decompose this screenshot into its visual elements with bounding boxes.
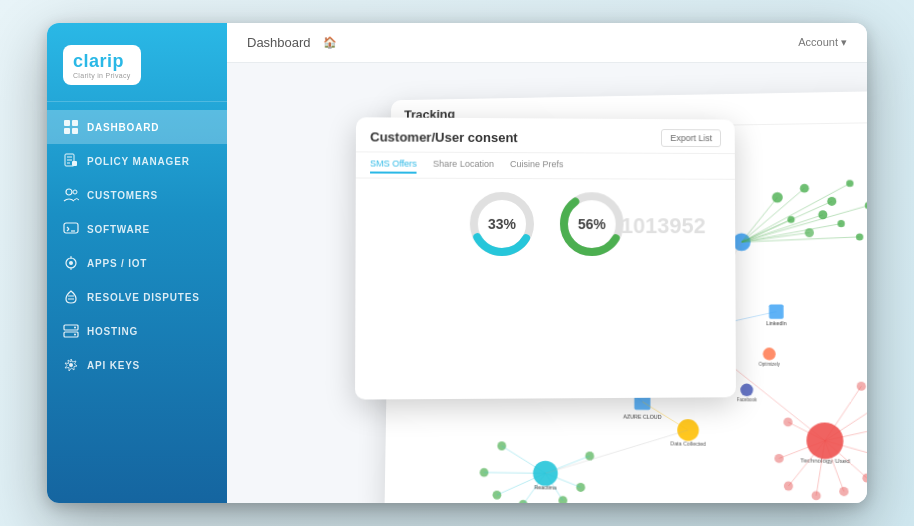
sidebar-item-software[interactable]: SOFTWARE [47,212,227,246]
svg-point-67 [677,419,699,441]
sidebar-item-apps[interactable]: APPS / IOT [47,246,227,280]
svg-line-81 [824,386,862,441]
svg-text:LinkedIn: LinkedIn [766,320,787,326]
svg-point-77 [812,491,821,500]
svg-line-40 [741,183,850,242]
disputes-icon [63,289,79,305]
sidebar-label-api: API KEYS [87,360,140,371]
svg-point-117 [740,384,753,397]
software-icon [63,221,79,237]
donut-chart-2: 56% [557,189,627,259]
svg-rect-2 [64,128,70,134]
sidebar-label-disputes: RESOLVE DISPUTES [87,292,200,303]
consent-body: 33% 56% 1013952 [355,178,735,269]
svg-text:Data Collected: Data Collected [670,440,706,447]
tab-share-location[interactable]: Share Location [433,159,494,174]
svg-point-32 [865,202,867,209]
sidebar-label-hosting: HOSTING [87,326,138,337]
sidebar-item-hosting[interactable]: HOSTING [47,314,227,348]
sidebar-item-dashboard[interactable]: DASHBOARD [47,110,227,144]
consent-panel: Customer/User consent Export List SMS Of… [355,117,736,399]
sidebar-item-api[interactable]: API KEYS [47,348,227,382]
consent-panel-title: Customer/User consent [370,129,518,145]
topbar: Dashboard 🏠 Account ▾ [227,23,867,63]
main-content: Dashboard 🏠 Account ▾ Tracking [227,23,867,503]
donut-chart-1: 33% [467,189,537,259]
logo-text: clarip [73,51,124,71]
topbar-title: Dashboard [247,35,311,50]
account-menu[interactable]: Account ▾ [798,36,847,49]
svg-point-78 [784,481,793,490]
api-icon [63,357,79,373]
svg-point-95 [493,490,502,499]
svg-text:Facebook: Facebook [737,397,758,402]
svg-rect-1 [72,120,78,126]
sidebar-label-dashboard: DASHBOARD [87,122,159,133]
home-icon[interactable]: 🏠 [323,36,337,49]
laptop-screen: clarip Clarity in Privacy DASHBOARD [47,23,867,503]
svg-point-24 [74,334,76,336]
policy-icon [63,153,79,169]
svg-line-13 [67,229,69,231]
customers-icon [63,187,79,203]
svg-point-16 [69,261,73,265]
hosting-icon [63,323,79,339]
svg-rect-65 [769,304,784,318]
svg-text:Optimizely: Optimizely [759,361,781,366]
sidebar-item-policy[interactable]: POLICY MANAGER [47,144,227,178]
svg-line-43 [741,205,867,242]
svg-line-42 [741,224,841,242]
svg-point-26 [772,192,783,203]
svg-point-76 [839,487,848,496]
svg-rect-8 [72,161,77,166]
sidebar-label-apps: APPS / IOT [87,258,147,269]
svg-point-97 [558,496,567,503]
svg-rect-3 [72,128,78,134]
user-count: 1013952 [621,213,706,239]
svg-text:56%: 56% [578,216,606,232]
donut-svg-1: 33% [467,189,537,259]
sidebar-item-disputes[interactable]: RESOLVE DISPUTES [47,280,227,314]
export-list-button[interactable]: Export List [661,129,721,147]
svg-point-9 [66,189,72,195]
svg-text:Technology Used: Technology Used [800,456,850,464]
svg-point-10 [73,190,77,194]
svg-text:33%: 33% [488,216,517,232]
consent-panel-header: Customer/User consent Export List [356,117,735,154]
svg-point-23 [74,327,76,329]
consent-tabs: SMS Offers Share Location Cuisine Prefs [356,152,735,179]
logo-tagline: Clarity in Privacy [73,72,131,79]
svg-rect-0 [64,120,70,126]
sidebar-item-customers[interactable]: CUSTOMERS [47,178,227,212]
svg-point-28 [827,197,836,206]
svg-point-25 [69,363,73,367]
sidebar-label-software: SOFTWARE [87,224,150,235]
svg-point-115 [763,348,776,361]
sidebar-nav: DASHBOARD POLICY MANAGER [47,110,227,503]
dashboard-icon [63,119,79,135]
logo-box: clarip Clarity in Privacy [63,45,141,85]
svg-point-98 [576,483,585,492]
apps-icon [63,255,79,271]
tab-sms-offers[interactable]: SMS Offers [370,158,417,173]
svg-text:AZURE CLOUD: AZURE CLOUD [623,413,662,420]
laptop-wrapper: clarip Clarity in Privacy DASHBOARD [27,13,887,513]
svg-line-37 [741,197,777,242]
svg-line-114 [545,429,688,476]
svg-line-41 [741,215,823,242]
dashboard-panels: Tracking [227,63,867,503]
sidebar-label-policy: POLICY MANAGER [87,156,190,167]
tab-cuisine-prefs[interactable]: Cuisine Prefs [510,159,563,174]
svg-line-100 [502,446,546,473]
sidebar-logo: clarip Clarity in Privacy [47,33,227,102]
donut-svg-2: 56% [557,189,627,259]
svg-point-31 [837,220,844,227]
sidebar-label-customers: CUSTOMERS [87,190,158,201]
svg-point-29 [846,180,853,187]
sidebar: clarip Clarity in Privacy DASHBOARD [47,23,227,503]
